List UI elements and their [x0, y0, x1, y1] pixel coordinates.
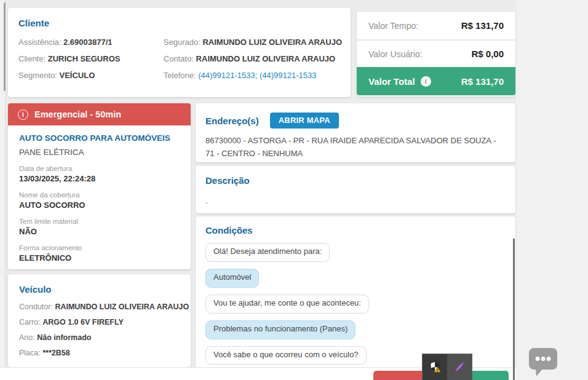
- cobertura-group: Nome da cobertura AUTO SOCORRO: [19, 191, 180, 210]
- address-text: 86730000 - ASTORGA - PR - RUA IRAIDE APA…: [205, 135, 502, 160]
- data-abertura-group: Data de abertura 13/03/2025, 22:24:28: [19, 165, 180, 183]
- contato-value: RAIMUNDO LUIZ OLIVEIRA ARAUJO: [196, 54, 336, 63]
- carro-row: Carro: ARGO 1.0 6V FIREFLY: [19, 315, 181, 330]
- condicoes-card: Condições Olá! Deseja atendimento para: …: [196, 216, 515, 373]
- segmento-row: Segmento: VEÍCULO: [18, 67, 164, 84]
- valor-usuario-row: Valor Usuário: R$ 0,00: [357, 39, 515, 67]
- contato-row: Contato: RAIMUNDO LUIZ OLIVEIRA ARAUJO: [164, 50, 342, 67]
- limite-material-group: Tem limite material NÃO: [19, 218, 180, 236]
- right-margin-background: [516, 0, 588, 380]
- left-scrollbar[interactable]: [0, 0, 6, 380]
- limite-material-value: NÃO: [19, 227, 180, 236]
- carro-value: ARGO 1.0 6V FIREFLY: [42, 318, 124, 327]
- telefone-row: Telefone: (44)99121-1533; (44)99121-1533: [164, 67, 342, 84]
- segurado-label: Segurado:: [164, 38, 201, 47]
- chat-message-question: Vou te ajudar, me conte o que aconteceu:: [205, 295, 369, 314]
- veiculo-card-title: Veículo: [19, 284, 181, 295]
- valor-usuario-label: Valor Usuário:: [368, 49, 423, 59]
- placa-row: Placa: ***2B58: [19, 346, 181, 361]
- forma-acionamento-value: ELETRÔNICO: [19, 253, 180, 263]
- abrir-mapa-button[interactable]: ABRIR MAPA: [270, 113, 339, 129]
- endereco-card-title: Endereço(s): [205, 116, 259, 126]
- veiculo-card: Veículo Condutor: RAIMUNDO LUIZ OLIVEIRA…: [8, 274, 191, 367]
- limite-material-label: Tem limite material: [19, 218, 180, 225]
- valores-card: Valor Tempo: R$ 131,70 Valor Usuário: R$…: [357, 12, 515, 97]
- segmento-value: VEÍCULO: [60, 71, 95, 80]
- segurado-row: Segurado: RAIMUNDO LUIZ OLIVEIRA ARAUJO: [164, 34, 342, 50]
- chat-message-question: Você sabe o que ocorreu com o veículo?: [205, 346, 367, 365]
- extension-overlay: [422, 354, 472, 380]
- cliente-row: Cliente: ZURICH SEGUROS: [18, 50, 164, 67]
- cliente-label: Cliente:: [18, 54, 46, 63]
- assistance-detail-screen: Cliente Assistência: 2.69003877/1 Client…: [0, 0, 588, 380]
- info-circle-icon: i: [18, 109, 28, 120]
- chat-widget-button[interactable]: [527, 346, 559, 378]
- valor-tempo-row: Valor Tempo: R$ 131,70: [357, 12, 515, 39]
- condutor-label: Condutor:: [19, 303, 53, 311]
- assistencia-value: 2.69003877/1: [63, 38, 113, 47]
- left-scrollbar-thumb[interactable]: [4, 2, 6, 91]
- telefone-link[interactable]: (44)99121-1533; (44)99121-1533: [198, 71, 316, 80]
- valor-tempo-label: Valor Tempo:: [368, 21, 418, 31]
- emergencial-header: i Emergencial - 50min: [8, 103, 191, 125]
- cobertura-value: AUTO SOCORRO: [19, 200, 180, 210]
- descricao-card: Descrição .: [196, 166, 515, 213]
- segurado-value: RAIMUNDO LUIZ OLIVEIRA ARAUJO: [202, 38, 342, 47]
- descricao-card-title: Descrição: [205, 175, 506, 186]
- forma-acionamento-label: Forma acionamento: [19, 244, 180, 251]
- shield-warning-icon[interactable]: [423, 354, 447, 380]
- cliente-value: ZURICH SEGUROS: [48, 54, 121, 63]
- emergencial-title: Emergencial - 50min: [34, 109, 121, 119]
- ano-value: Não informado: [37, 333, 91, 342]
- servico-card: i Emergencial - 50min AUTO SOCORRO PARA …: [8, 103, 191, 269]
- telefone-label: Telefone:: [164, 71, 196, 80]
- valor-total-row: Valor Total i R$ 131,70: [357, 67, 515, 95]
- chat-message-answer: Problemas no funcionamento (Panes): [205, 320, 356, 339]
- ano-row: Ano: Não informado: [19, 330, 181, 346]
- chat-message-question: Olá! Deseja atendimento para:: [205, 243, 330, 262]
- cliente-card-title: Cliente: [18, 18, 342, 28]
- valor-total-label: Valor Total: [368, 76, 415, 87]
- contato-label: Contato:: [164, 54, 194, 63]
- data-abertura-label: Data de abertura: [19, 165, 180, 172]
- cobertura-label: Nome da cobertura: [19, 191, 180, 199]
- service-problem: PANE ELÉTRICA: [19, 148, 180, 157]
- ano-label: Ano:: [19, 333, 35, 342]
- valor-tempo-value: R$ 131,70: [461, 20, 504, 31]
- condicoes-card-title: Condições: [205, 225, 506, 236]
- carro-label: Carro:: [19, 318, 41, 327]
- valor-total-value: R$ 131,70: [461, 76, 504, 87]
- right-scrollbar-thumb[interactable]: [513, 239, 515, 380]
- placa-value: ***2B58: [42, 349, 70, 357]
- forma-acionamento-group: Forma acionamento ELETRÔNICO: [19, 244, 180, 263]
- assistencia-row: Assistência: 2.69003877/1: [18, 34, 164, 50]
- valor-total-info-icon[interactable]: i: [421, 76, 431, 87]
- descricao-text: .: [205, 196, 506, 205]
- assistencia-label: Assistência:: [18, 38, 61, 47]
- placa-label: Placa:: [19, 349, 41, 357]
- condutor-row: Condutor: RAIMUNDO LUIZ OLIVEIRA ARAUJO: [19, 299, 181, 315]
- chat-message-answer: Automóvel: [205, 269, 259, 288]
- valor-usuario-value: R$ 0,00: [471, 49, 504, 59]
- segmento-label: Segmento:: [18, 71, 57, 80]
- endereco-card: Endereço(s) ABRIR MAPA 86730000 - ASTORG…: [196, 103, 515, 162]
- feather-pen-icon[interactable]: [447, 354, 472, 380]
- cliente-card: Cliente Assistência: 2.69003877/1 Client…: [8, 8, 351, 97]
- service-name: AUTO SOCORRO PARA AUTOMÓVEIS: [19, 133, 180, 143]
- data-abertura-value: 13/03/2025, 22:24:28: [19, 174, 180, 183]
- condutor-value: RAIMUNDO LUIZ OLIVEIRA ARAUJO: [55, 303, 189, 311]
